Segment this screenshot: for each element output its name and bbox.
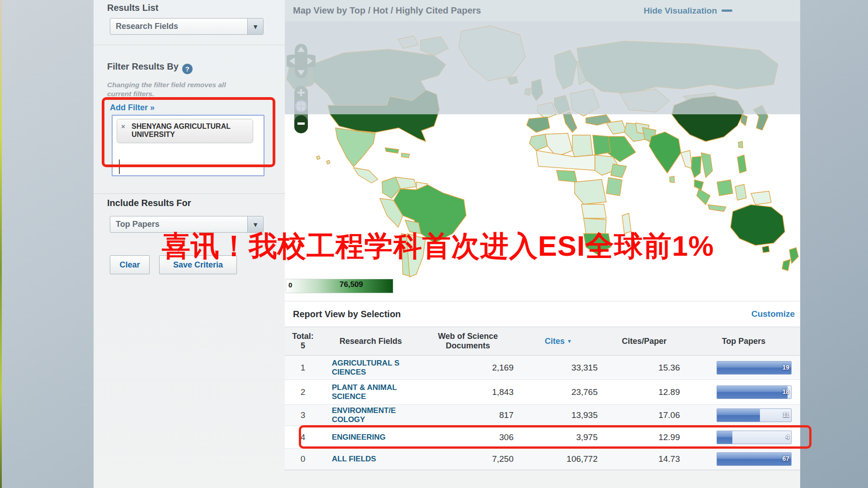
row-rank: 3 (285, 410, 321, 420)
column-header-top-papers[interactable]: Top Papers (687, 337, 800, 346)
table-row[interactable]: 2 PLANT & ANIMAL SCIENCE 1,843 23,765 12… (285, 380, 800, 405)
total-count: 5 (285, 341, 321, 351)
include-results-value: Top Papers (116, 220, 160, 229)
column-header-documents[interactable]: Web of Science Documents (420, 332, 515, 350)
cites-value: 33,315 (515, 363, 601, 373)
map-view-title: Map View by Top / Hot / Highly Cited Pap… (293, 5, 481, 16)
column-header-research-fields[interactable]: Research Fields (321, 337, 420, 346)
row-rank: 0 (285, 454, 321, 464)
legend-max: 76,509 (340, 280, 363, 289)
results-list-heading: Results List (107, 3, 158, 13)
field-link[interactable]: AGRICULTURAL SCIENCES (332, 359, 401, 376)
table-header-row: Total: 5 Research Fields Web of Science … (285, 327, 800, 356)
report-view-header: Report View by Selection Customize (285, 301, 800, 327)
filter-highlight-box (102, 97, 275, 167)
legend-min: 0 (288, 281, 292, 289)
chevron-down-icon[interactable]: ▾ (247, 19, 263, 34)
row-rank: 1 (285, 363, 321, 373)
filter-results-heading: Filter Results By? (107, 61, 193, 74)
documents-value: 2,169 (420, 363, 515, 373)
top-papers-bar: 18 (717, 385, 792, 399)
sort-desc-icon: ▼ (567, 338, 572, 344)
top-papers-count: 67 (782, 455, 789, 462)
map-view-header: Map View by Top / Hot / Highly Cited Pap… (285, 0, 800, 21)
clear-button[interactable]: Clear (110, 255, 150, 274)
minus-icon (722, 9, 732, 12)
top-papers-count: 18 (782, 388, 789, 395)
sidebar-divider (94, 193, 285, 194)
table-row[interactable]: 3 ENVIRONMENT/ECOLOGY 817 13,935 17.06 1… (285, 405, 800, 426)
map-color-legend: 0 76,509 (286, 279, 393, 293)
help-icon[interactable]: ? (182, 64, 193, 74)
table-row[interactable]: 0 ALL FIELDS 7,250 106,772 14.73 67 (285, 449, 800, 470)
cites-value: 106,772 (515, 454, 601, 464)
sidebar-divider (94, 45, 285, 45)
top-papers-count: 11 (783, 411, 789, 418)
announcement-banner: 喜讯！我校工程学科首次进入ESI全球前1% (162, 227, 714, 266)
cites-per-paper-value: 17.06 (601, 410, 687, 420)
customize-link[interactable]: Customize (751, 309, 795, 319)
report-view-title: Report View by Selection (293, 309, 401, 319)
field-link[interactable]: ENVIRONMENT/ECOLOGY (332, 406, 401, 424)
top-papers-bar: 67 (717, 452, 792, 466)
top-papers-bar: 11 (717, 408, 792, 422)
row-rank: 2 (285, 387, 321, 397)
total-header: Total: 5 (285, 332, 321, 350)
slide-edge-decoration (0, 0, 2, 488)
results-list-select[interactable]: Research Fields ▾ (110, 18, 264, 35)
field-link[interactable]: ALL FIELDS (332, 455, 401, 464)
documents-value: 7,250 (420, 454, 515, 464)
panel-footer-area (285, 470, 800, 488)
engineering-row-highlight-box (299, 425, 811, 449)
cites-value: 23,765 (515, 387, 601, 397)
filter-hint-text: Changing the filter field removes all cu… (107, 80, 243, 99)
cites-value: 13,935 (515, 410, 601, 420)
column-header-cites[interactable]: Cites ▼ (515, 337, 601, 346)
documents-value: 1,843 (420, 387, 515, 397)
slide-background: Results List Research Fields ▾ Filter Re… (0, 0, 868, 488)
cites-per-paper-value: 12.89 (601, 387, 687, 397)
map-gray-overlay (285, 21, 800, 114)
top-papers-count: 19 (782, 364, 789, 371)
column-header-cites-per-paper[interactable]: Cites/Paper (601, 337, 687, 346)
field-link[interactable]: PLANT & ANIMAL SCIENCE (332, 383, 401, 401)
top-papers-bar: 19 (717, 361, 792, 375)
results-list-value: Research Fields (116, 22, 178, 31)
cites-per-paper-value: 14.73 (601, 454, 687, 464)
cites-per-paper-value: 15.36 (601, 363, 687, 373)
documents-value: 817 (420, 410, 515, 420)
table-row[interactable]: 1 AGRICULTURAL SCIENCES 2,169 33,315 15.… (285, 356, 800, 380)
include-results-heading: Include Results For (107, 198, 191, 208)
hide-visualization-link[interactable]: Hide Visualization (644, 6, 732, 16)
